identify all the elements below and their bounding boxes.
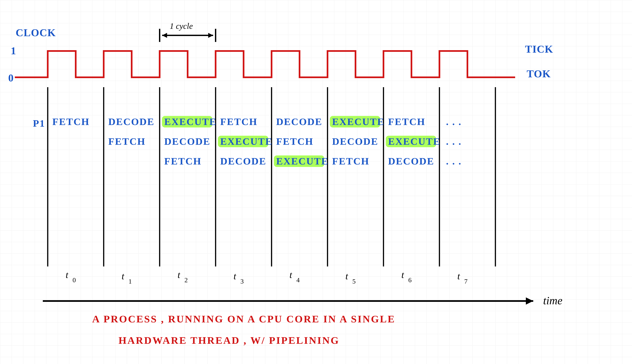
time-step-label: t [290, 270, 292, 280]
time-step-label: t [457, 271, 460, 282]
stage-execute: EXECUTE [388, 136, 440, 147]
stage-decode: DECODE [108, 116, 155, 127]
clock-high-label: 1 [11, 45, 16, 56]
clock-label: CLOCK [16, 27, 56, 38]
tok-label: TOK [527, 68, 551, 80]
stage-decode: DECODE [388, 156, 434, 166]
clock-low-label: 0 [8, 72, 14, 84]
stage-fetch: FETCH [388, 116, 425, 127]
pipeline-label: P1 [33, 118, 45, 129]
time-step-label: t [122, 271, 125, 282]
time-step-subscript: 7 [464, 278, 468, 285]
diagram-title-line2: HARDWARE THREAD , W/ PIPELINING [119, 335, 340, 346]
stage-decode: DECODE [220, 156, 266, 166]
time-axis-label: time [543, 294, 562, 307]
stage-fetch: FETCH [332, 156, 369, 166]
stage-execute: EXECUTE [276, 156, 329, 166]
stage-decode: DECODE [276, 116, 322, 127]
time-step-subscript: 0 [73, 276, 76, 284]
cycle-arrow-right [208, 33, 213, 38]
stage-fetch: FETCH [52, 116, 90, 127]
time-step-label: t [401, 270, 404, 280]
continuation-dots: . . . [446, 156, 462, 166]
stage-fetch: FETCH [276, 136, 314, 147]
time-step-subscript: 5 [352, 278, 356, 285]
time-step-label: t [178, 270, 181, 280]
stage-fetch: FETCH [164, 156, 202, 166]
stage-fetch: FETCH [220, 116, 258, 127]
stage-decode: DECODE [164, 136, 211, 147]
continuation-dots: . . . [446, 136, 462, 147]
pipeline-diagram: CLOCK101 cycleTICKTOKt0t1t2t3t4t5t6t7P1F… [0, 0, 632, 364]
cycle-annotation: 1 cycle [170, 22, 193, 30]
tick-label: TICK [525, 43, 553, 55]
time-step-label: t [345, 271, 348, 282]
diagram-title-line1: A PROCESS , RUNNING ON A CPU CORE IN A S… [92, 313, 395, 324]
stage-fetch: FETCH [108, 136, 146, 147]
time-step-label: t [66, 270, 69, 280]
time-step-subscript: 6 [408, 276, 412, 284]
time-step-subscript: 1 [129, 278, 132, 285]
clock-waveform [15, 51, 515, 77]
cycle-arrow-left [162, 33, 167, 38]
time-step-label: t [234, 271, 237, 282]
stage-execute: EXECUTE [220, 136, 273, 147]
time-axis-arrowhead [526, 298, 533, 304]
stage-decode: DECODE [332, 136, 378, 147]
time-step-subscript: 3 [240, 278, 244, 285]
stage-execute: EXECUTE [332, 116, 384, 127]
time-step-subscript: 2 [185, 276, 188, 284]
continuation-dots: . . . [446, 116, 462, 127]
stage-execute: EXECUTE [164, 116, 217, 127]
time-step-subscript: 4 [296, 276, 300, 284]
